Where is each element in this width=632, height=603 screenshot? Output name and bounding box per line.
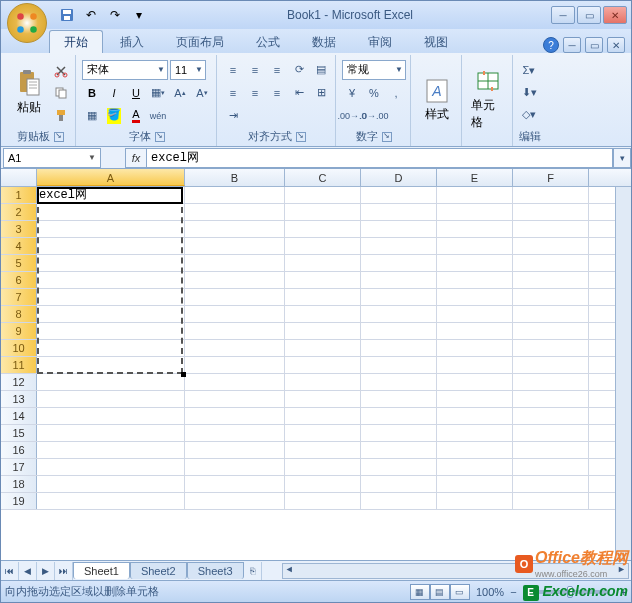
row-header[interactable]: 5 [1, 255, 37, 271]
cell[interactable] [37, 306, 185, 322]
fill-handle[interactable] [181, 372, 186, 377]
col-header-C[interactable]: C [285, 169, 361, 186]
col-header-F[interactable]: F [513, 169, 589, 186]
qat-customize[interactable]: ▾ [129, 5, 149, 25]
cell[interactable] [37, 204, 185, 220]
cell[interactable] [437, 442, 513, 458]
cells-button[interactable]: 单元格 [468, 57, 508, 143]
cell[interactable] [185, 289, 285, 305]
cell[interactable] [37, 374, 185, 390]
cell[interactable] [437, 187, 513, 203]
cell[interactable] [361, 442, 437, 458]
redo-button[interactable]: ↷ [105, 5, 125, 25]
cell[interactable] [37, 493, 185, 509]
cell[interactable] [513, 374, 589, 390]
shrink-font-button[interactable]: A▾ [192, 83, 212, 103]
sheet-next[interactable]: ▶ [37, 562, 55, 580]
number-launcher[interactable] [382, 132, 392, 142]
row-header[interactable]: 14 [1, 408, 37, 424]
borders-button[interactable]: ▦ [82, 106, 102, 126]
cell[interactable] [437, 323, 513, 339]
cell[interactable] [185, 272, 285, 288]
office-button[interactable] [7, 3, 47, 43]
cell[interactable] [361, 340, 437, 356]
cell[interactable] [361, 476, 437, 492]
percent-button[interactable]: % [364, 83, 384, 103]
cell[interactable] [37, 272, 185, 288]
col-header-B[interactable]: B [185, 169, 285, 186]
cell[interactable] [285, 493, 361, 509]
row-header[interactable]: 16 [1, 442, 37, 458]
alignment-launcher[interactable] [296, 132, 306, 142]
cell[interactable] [437, 289, 513, 305]
sheet-tab-3[interactable]: Sheet3 [187, 562, 244, 579]
tab-page-layout[interactable]: 页面布局 [161, 30, 239, 53]
cell[interactable] [437, 357, 513, 373]
cell[interactable] [513, 306, 589, 322]
cell[interactable] [37, 340, 185, 356]
grow-font-button[interactable]: A▴ [170, 83, 190, 103]
page-break-view[interactable]: ▭ [450, 584, 470, 600]
phonetic-button[interactable]: wén [148, 106, 168, 126]
cell[interactable] [285, 306, 361, 322]
merge-button[interactable]: ⊞ [311, 83, 331, 103]
new-sheet-button[interactable]: ⎘ [244, 562, 262, 580]
align-left[interactable]: ≡ [223, 83, 243, 103]
currency-button[interactable]: ¥ [342, 83, 362, 103]
cell[interactable] [185, 374, 285, 390]
comma-button[interactable]: , [386, 83, 406, 103]
cell[interactable] [437, 493, 513, 509]
tab-formulas[interactable]: 公式 [241, 30, 295, 53]
cell[interactable] [513, 204, 589, 220]
fill-button[interactable]: ⬇▾ [519, 83, 539, 103]
cell[interactable] [361, 374, 437, 390]
row-header[interactable]: 17 [1, 459, 37, 475]
row-header[interactable]: 18 [1, 476, 37, 492]
format-painter-button[interactable] [51, 105, 71, 125]
cell[interactable] [361, 323, 437, 339]
doc-minimize[interactable]: ─ [563, 37, 581, 53]
cell[interactable] [513, 238, 589, 254]
col-header-E[interactable]: E [437, 169, 513, 186]
cell[interactable] [285, 255, 361, 271]
cell[interactable] [285, 374, 361, 390]
cell[interactable] [513, 425, 589, 441]
select-all-button[interactable] [1, 169, 37, 186]
cell[interactable] [513, 459, 589, 475]
col-header-D[interactable]: D [361, 169, 437, 186]
cell[interactable] [185, 442, 285, 458]
doc-restore[interactable]: ▭ [585, 37, 603, 53]
cut-button[interactable] [51, 61, 71, 81]
font-size-combo[interactable]: 11▼ [170, 60, 206, 80]
cell[interactable]: excel网 [37, 187, 185, 203]
cell[interactable] [285, 221, 361, 237]
cell[interactable] [185, 493, 285, 509]
align-center[interactable]: ≡ [245, 83, 265, 103]
cell[interactable] [513, 272, 589, 288]
zoom-out[interactable]: − [510, 586, 516, 598]
cell[interactable] [361, 357, 437, 373]
help-button[interactable]: ? [543, 37, 559, 53]
cell[interactable] [285, 340, 361, 356]
sheet-first[interactable]: ⏮ [1, 562, 19, 580]
cell[interactable] [285, 238, 361, 254]
decrease-decimal[interactable]: .0→.00 [364, 106, 384, 126]
cell[interactable] [361, 306, 437, 322]
row-header[interactable]: 13 [1, 391, 37, 407]
cell[interactable] [513, 289, 589, 305]
cell[interactable] [37, 289, 185, 305]
cell[interactable] [437, 204, 513, 220]
wrap-text-button[interactable]: ▤ [311, 60, 331, 80]
formula-input[interactable]: excel网 [147, 148, 613, 168]
copy-button[interactable] [51, 83, 71, 103]
cell[interactable] [361, 238, 437, 254]
cell[interactable] [185, 476, 285, 492]
cell[interactable] [285, 425, 361, 441]
font-color-button[interactable]: A [126, 106, 146, 126]
decrease-indent[interactable]: ⇤ [289, 83, 309, 103]
tab-view[interactable]: 视图 [409, 30, 463, 53]
row-header[interactable]: 10 [1, 340, 37, 356]
cell[interactable] [185, 459, 285, 475]
cell[interactable] [37, 391, 185, 407]
sheet-tab-2[interactable]: Sheet2 [130, 562, 187, 579]
